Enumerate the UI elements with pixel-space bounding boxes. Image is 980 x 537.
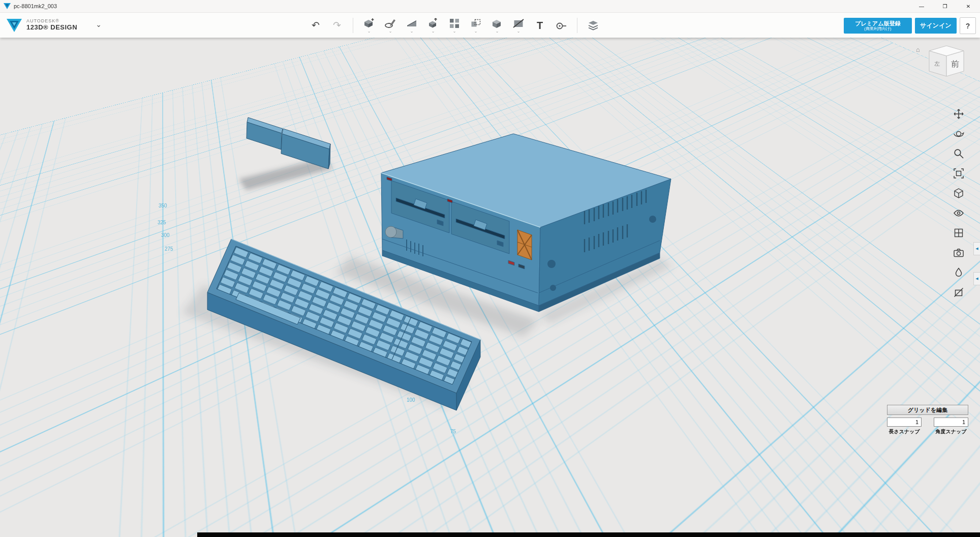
sketch-icon (384, 17, 397, 29)
toolbar-right-group: プレミアム版登録 (商業利用向け) サインイン ? (844, 17, 976, 34)
material-button[interactable] (953, 266, 965, 279)
camera-icon (953, 247, 964, 258)
grouping-tool[interactable]: ⌄ (467, 15, 485, 36)
volume-knob (385, 226, 396, 237)
restore-button[interactable]: ❐ (933, 0, 957, 12)
front-panel-bar[interactable] (247, 117, 330, 169)
view-mode-button[interactable] (953, 187, 965, 199)
signin-button[interactable]: サインイン (915, 18, 957, 34)
zoom-button[interactable] (953, 147, 965, 160)
minimize-button[interactable]: — (910, 0, 933, 12)
construct-icon (405, 17, 418, 29)
dropdown-chevron-icon[interactable]: ⌄ (474, 30, 478, 33)
premium-sublabel: (商業利用向け) (864, 26, 892, 31)
close-button[interactable]: ✕ (957, 0, 980, 12)
grid-axis-label: 275 (165, 246, 173, 252)
combine-tool[interactable]: ⌄ (488, 15, 506, 36)
grid-axis-label: 75 (450, 429, 456, 434)
tool-strip: ↶ ↷ ⌄ ⌄ ⌄ (305, 13, 604, 38)
outline-button[interactable] (953, 227, 965, 239)
premium-label: プレミアム版登録 (855, 20, 900, 27)
view-cube[interactable]: ⌂ 左 前 (924, 44, 969, 83)
viewcube-front-label[interactable]: 前 (951, 59, 959, 68)
shaded-view-icon (953, 188, 964, 199)
toolbar-separator (577, 18, 577, 33)
visibility-button[interactable] (953, 207, 965, 219)
primitives-icon (362, 17, 376, 29)
toolbar-separator (353, 18, 353, 33)
model-scene (0, 38, 980, 537)
redo-icon: ↷ (333, 19, 341, 31)
dropdown-chevron-icon[interactable]: ⌄ (410, 30, 414, 33)
orbit-icon (953, 128, 964, 139)
dropdown-chevron-icon[interactable]: ⌄ (453, 30, 456, 33)
length-snap-group: 長さスナップ (887, 417, 922, 435)
hide-sketch-button[interactable] (953, 286, 965, 299)
dropdown-chevron-icon[interactable]: ⌄ (389, 30, 392, 33)
measure-icon (555, 19, 568, 32)
grouping-icon (469, 17, 482, 29)
dropdown-chevron-icon[interactable]: ⌄ (496, 30, 499, 33)
123d-logo-icon (6, 18, 22, 33)
pan-button[interactable] (953, 108, 965, 120)
grid-controls: グリッドを編集 長さスナップ 角度スナップ (887, 405, 968, 435)
side-port (550, 285, 556, 291)
app-icon (4, 3, 11, 10)
length-snap-label: 長さスナップ (889, 428, 920, 435)
edit-grid-button[interactable]: グリッドを編集 (887, 405, 968, 415)
grid-axis-label: 300 (161, 232, 170, 238)
window-title: pc-8801mk2_003 (14, 3, 57, 9)
main-toolbar: AUTODESK® 123D® DESIGN ⌄ ↶ ↷ ⌄ ⌄ (0, 13, 980, 38)
text-tool[interactable]: T (531, 15, 549, 36)
help-button[interactable]: ? (960, 17, 976, 34)
title-bar: pc-8801mk2_003 — ❐ ✕ (0, 0, 980, 13)
navigation-bar (953, 108, 965, 299)
brand-text: AUTODESK® 123D® DESIGN (26, 19, 77, 31)
undo-button[interactable]: ↶ (307, 15, 325, 36)
construct-tool[interactable]: ⌄ (403, 15, 421, 36)
eye-icon (953, 207, 964, 219)
modify-icon (426, 17, 440, 29)
redo-button[interactable]: ↷ (328, 15, 346, 36)
panel-arrow-icon: ◀ (975, 247, 978, 251)
orbit-button[interactable] (953, 128, 965, 140)
bottom-bar (197, 532, 980, 537)
dropdown-chevron-icon[interactable]: ⌄ (517, 30, 520, 33)
side-port (547, 260, 556, 268)
panel-arrow-icon: ◀ (975, 277, 978, 281)
dropdown-chevron-icon[interactable]: ⌄ (368, 30, 371, 33)
dropdown-chevron-icon[interactable]: ⌄ (432, 30, 435, 33)
main-menu-chevron-icon[interactable]: ⌄ (96, 20, 102, 28)
primitives-tool[interactable]: ⌄ (360, 15, 378, 36)
viewcube-left-label[interactable]: 左 (934, 61, 940, 67)
window-controls: — ❐ ✕ (910, 0, 980, 12)
grid-axis-label: 325 (158, 220, 166, 225)
brand-product: 123D® DESIGN (26, 24, 77, 31)
sketch-tool[interactable]: ⌄ (381, 15, 400, 36)
fit-view-icon (953, 168, 964, 179)
split-icon (512, 17, 525, 29)
material-drop-icon (953, 267, 964, 278)
premium-signup-button[interactable]: プレミアム版登録 (商業利用向け) (844, 18, 912, 34)
wireframe-icon (953, 227, 964, 238)
text-icon: T (537, 20, 543, 31)
hide-sketch-icon (953, 287, 964, 298)
3d-viewport[interactable]: 350 325 300 275 100 75 (0, 38, 980, 537)
split-tool[interactable]: ⌄ (509, 15, 528, 36)
fit-view-button[interactable] (953, 167, 965, 180)
angle-snap-group: 角度スナップ (934, 417, 968, 435)
layers-icon (587, 19, 600, 32)
collapsed-panel-tab[interactable]: ◀ (973, 242, 980, 255)
combine-icon (491, 17, 504, 29)
collapsed-panel-tab[interactable]: ◀ (973, 272, 980, 285)
pattern-tool[interactable]: ⌄ (445, 15, 464, 36)
home-icon[interactable]: ⌂ (916, 46, 920, 53)
measure-tool[interactable] (552, 15, 570, 36)
screenshot-button[interactable] (953, 247, 965, 259)
brand-block: AUTODESK® 123D® DESIGN ⌄ (6, 13, 102, 38)
angle-snap-input[interactable] (934, 417, 968, 427)
length-snap-input[interactable] (887, 417, 922, 427)
angle-snap-label: 角度スナップ (936, 428, 967, 435)
modify-tool[interactable]: ⌄ (424, 15, 442, 36)
parts-library-tool[interactable] (584, 15, 602, 36)
